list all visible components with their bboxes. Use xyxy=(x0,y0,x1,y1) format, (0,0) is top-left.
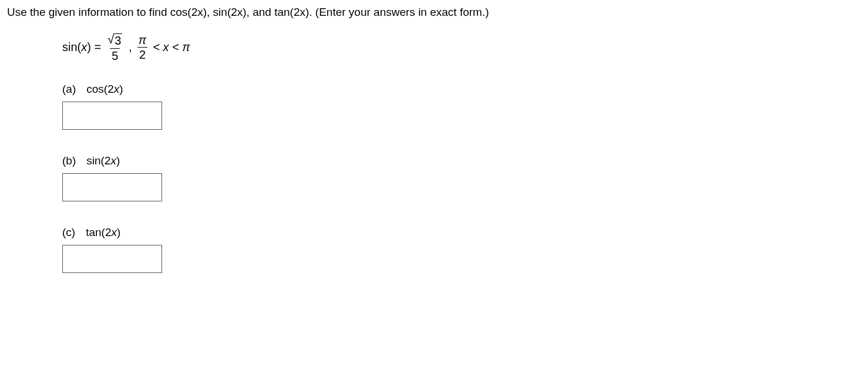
answer-input-a[interactable] xyxy=(62,102,162,130)
part-b-func: sin(2x) xyxy=(86,154,120,167)
part-a-letter: (a) xyxy=(62,83,76,96)
answer-input-c[interactable] xyxy=(62,245,162,273)
part-c-letter: (c) xyxy=(62,226,75,239)
part-a-func: cos(2x) xyxy=(86,83,123,96)
given-equation: sin(x) = √ 3 5 , π 2 < x < π xyxy=(62,33,861,62)
problem-content: sin(x) = √ 3 5 , π 2 < x < π (a) cos(2x)… xyxy=(62,33,861,273)
part-a: (a) cos(2x) xyxy=(62,83,861,130)
part-b-letter: (b) xyxy=(62,154,76,167)
instruction-text: Use the given information to find cos(2x… xyxy=(7,5,861,21)
inequality: < x < π xyxy=(153,41,190,54)
comma: , xyxy=(129,41,132,54)
part-b: (b) sin(2x) xyxy=(62,154,861,201)
part-c-func: tan(2x) xyxy=(86,226,120,239)
fraction-pi-over-2: π 2 xyxy=(137,34,148,60)
given-func: sin(x) = xyxy=(62,41,101,54)
part-c: (c) tan(2x) xyxy=(62,226,861,273)
answer-input-b[interactable] xyxy=(62,173,162,201)
sqrt-3: √ 3 xyxy=(107,33,122,47)
fraction-sqrt3-over-5: √ 3 5 xyxy=(106,33,124,62)
